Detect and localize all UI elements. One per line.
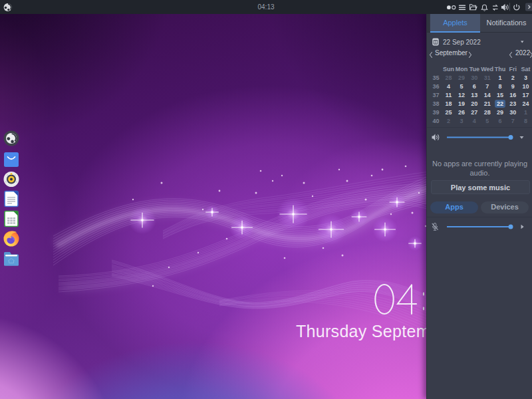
svg-text:22 Sep 2022: 22 Sep 2022 xyxy=(443,39,481,46)
svg-text:Thursday Septemb: Thursday Septemb xyxy=(296,322,430,340)
